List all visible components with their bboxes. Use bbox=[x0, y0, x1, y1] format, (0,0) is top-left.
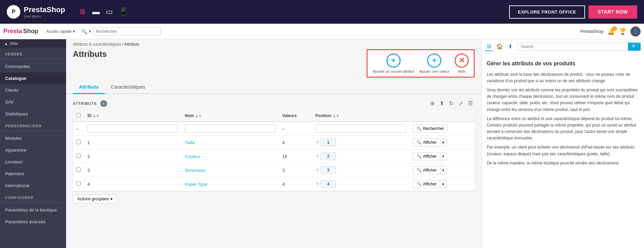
sidebar-item-statistiques[interactable]: Statistiques bbox=[0, 108, 66, 120]
row-2-nom[interactable]: Couleur bbox=[185, 154, 200, 159]
row-1-nom[interactable]: Taille bbox=[185, 140, 195, 145]
search-toggle[interactable]: ▾ bbox=[89, 29, 91, 34]
filter-search-button[interactable]: 🔍 Rechercher bbox=[413, 125, 448, 133]
aide-button[interactable]: ✕ Aide bbox=[455, 53, 469, 73]
sidebar-item-commandes[interactable]: Commandes bbox=[0, 61, 66, 72]
row-3-drag[interactable]: ✛ bbox=[316, 167, 320, 173]
add-value-icon: + bbox=[427, 53, 441, 68]
help-p4: Par exemple, un client peut acheter une … bbox=[487, 144, 639, 157]
filter-id-input[interactable] bbox=[87, 125, 178, 133]
chevron-left-icon: ▲ bbox=[4, 41, 8, 46]
upload-icon[interactable]: ⬆ bbox=[438, 99, 446, 108]
trophy-button[interactable]: 🏆 bbox=[619, 28, 626, 35]
row-4-drag[interactable]: ✛ bbox=[316, 181, 320, 186]
refresh-icon[interactable]: ↻ bbox=[447, 99, 455, 108]
row-1-drag[interactable]: ✛ bbox=[316, 139, 320, 145]
row-4-position[interactable] bbox=[321, 180, 336, 188]
row-2-checkbox[interactable] bbox=[76, 154, 81, 158]
breadcrumb-parent[interactable]: Attributs & caractéristiques bbox=[73, 42, 121, 47]
row-2-drag[interactable]: ✛ bbox=[316, 153, 320, 159]
explore-button[interactable]: EXPLORE FRONT OFFICE bbox=[509, 5, 585, 19]
select-all-checkbox[interactable] bbox=[76, 113, 81, 117]
col-id: ID ▲▼ bbox=[84, 110, 181, 121]
quick-access-button[interactable]: Accès rapide ▾ bbox=[43, 27, 78, 35]
rp-upload-icon[interactable]: ⬆ bbox=[506, 42, 514, 51]
row-1-afficher-caret[interactable]: ▾ bbox=[440, 138, 447, 146]
rp-list-icon[interactable]: ⊞ bbox=[485, 42, 493, 51]
admin-logo: PrestaShop bbox=[3, 28, 38, 35]
row-3-checkbox[interactable] bbox=[76, 167, 81, 172]
main-layout: ▲ Hide VENDRE Commandes Catalogue Client… bbox=[0, 39, 644, 248]
rp-search-button[interactable]: 🔍 bbox=[628, 43, 641, 51]
breadcrumb: Attributs & caractéristiques / Attributs bbox=[66, 39, 481, 47]
monitor-icon[interactable]: ▬ bbox=[92, 7, 100, 16]
row-4-afficher-caret[interactable]: ▾ bbox=[440, 180, 447, 188]
row-4-afficher-button[interactable]: 🔍 Afficher bbox=[413, 180, 440, 188]
device-icons: 🖥 ▬ ▭ 📱 bbox=[79, 7, 128, 16]
rp-search-input[interactable] bbox=[518, 43, 628, 51]
row-3-afficher-caret[interactable]: ▾ bbox=[440, 166, 447, 174]
filter-nom-input[interactable] bbox=[185, 125, 275, 133]
mobile-icon[interactable]: 📱 bbox=[119, 7, 128, 16]
logo-icon: P bbox=[7, 5, 20, 19]
row-3-nom[interactable]: Dimension bbox=[185, 168, 205, 173]
page-header: Attributs + Ajouter un nouvel attribut +… bbox=[66, 47, 481, 81]
search-icon-sm: 🔍 bbox=[417, 126, 422, 131]
actions-groupees-button[interactable]: Actions groupées ▾ bbox=[73, 195, 117, 203]
admin-bar: PrestaShop Accès rapide ▾ 🔍 ▾ PrestaShop… bbox=[0, 24, 644, 39]
row-4-actions: 🔍 Afficher ▾ bbox=[413, 180, 471, 188]
right-panel-toolbar: ⊞ 🏠 ⬆ 🔍 bbox=[482, 39, 644, 54]
section-label-configurer: CONFIGURER bbox=[0, 191, 66, 201]
start-button[interactable]: START NOW bbox=[588, 5, 637, 19]
col-actions bbox=[409, 110, 475, 121]
row-1-valeurs: 4 bbox=[279, 136, 312, 150]
row-1-afficher-button[interactable]: 🔍 Afficher bbox=[413, 138, 440, 146]
chevron-down-icon: ▾ bbox=[110, 197, 113, 201]
sidebar-item-paiement[interactable]: Paiement bbox=[0, 168, 66, 180]
desktop-icon[interactable]: 🖥 bbox=[79, 7, 86, 16]
sidebar-item-modules[interactable]: Modules bbox=[0, 132, 66, 144]
notification-button[interactable]: 🔔 1 bbox=[607, 28, 615, 35]
filter-position-input[interactable] bbox=[316, 125, 406, 133]
avatar[interactable]: 👤 bbox=[630, 26, 641, 37]
row-4-checkbox[interactable] bbox=[76, 181, 81, 186]
row-3-afficher-button[interactable]: 🔍 Afficher bbox=[413, 166, 440, 174]
add-attribute-button[interactable]: + Ajouter un nouvel attribut bbox=[373, 53, 414, 73]
right-panel-help: Gérer les attributs de vos produits Les … bbox=[482, 54, 644, 174]
attributes-table: ID ▲▼ Nom ▲▼ Valeurs Position ▲▼ – – bbox=[73, 110, 475, 191]
rp-search-bar: 🔍 bbox=[518, 43, 641, 51]
add-row-icon[interactable]: ⊕ bbox=[428, 99, 436, 108]
search-icon: 🔍 bbox=[81, 29, 87, 34]
add-value-button[interactable]: + Ajouter une valeur bbox=[419, 53, 449, 73]
row-2-afficher-button[interactable]: 🔍 Afficher bbox=[413, 152, 440, 160]
sidebar-item-livraison[interactable]: Livraison bbox=[0, 156, 66, 168]
sidebar-item-parametres-boutique[interactable]: Paramètres de la boutique bbox=[0, 204, 66, 216]
sidebar-item-parametres-avances[interactable]: Paramètres avancés bbox=[0, 216, 66, 228]
row-3-actions: 🔍 Afficher ▾ bbox=[413, 166, 471, 174]
rp-home-icon[interactable]: 🏠 bbox=[495, 42, 505, 51]
tab-caracteristiques[interactable]: Caractéristiques bbox=[105, 81, 151, 94]
row-1-position[interactable] bbox=[321, 139, 336, 146]
sidebar-item-clients[interactable]: Clients bbox=[0, 84, 66, 96]
tablet-icon[interactable]: ▭ bbox=[106, 7, 113, 16]
search-bar: 🔍 ▾ bbox=[81, 27, 161, 36]
eye-icon: 🔍 bbox=[417, 140, 422, 145]
chevron-down-icon: ▾ bbox=[73, 29, 75, 34]
row-2-afficher-caret[interactable]: ▾ bbox=[440, 152, 447, 160]
sidebar-item-sav[interactable]: SAV bbox=[0, 96, 66, 108]
col-position: Position ▲▼ bbox=[312, 110, 409, 121]
search-input[interactable] bbox=[93, 27, 161, 36]
sidebar-item-apparence[interactable]: Apparence bbox=[0, 144, 66, 156]
sidebar-hide-button[interactable]: ▲ Hide bbox=[0, 39, 66, 48]
sidebar-item-international[interactable]: International bbox=[0, 180, 66, 191]
table-row: 4 Paper Type 4 ✛ 🔍 Afficher bbox=[73, 177, 475, 191]
row-4-valeurs: 4 bbox=[279, 177, 312, 191]
row-3-position[interactable] bbox=[321, 166, 336, 174]
sidebar-item-catalogue[interactable]: Catalogue bbox=[0, 72, 66, 84]
expand-icon[interactable]: ⤢ bbox=[457, 99, 465, 108]
row-4-nom[interactable]: Paper Type bbox=[185, 182, 207, 187]
tab-attributs[interactable]: Attributs bbox=[73, 81, 105, 94]
settings-icon[interactable]: ☰ bbox=[466, 99, 475, 108]
row-1-checkbox[interactable] bbox=[76, 140, 81, 144]
row-2-position[interactable] bbox=[321, 153, 336, 160]
